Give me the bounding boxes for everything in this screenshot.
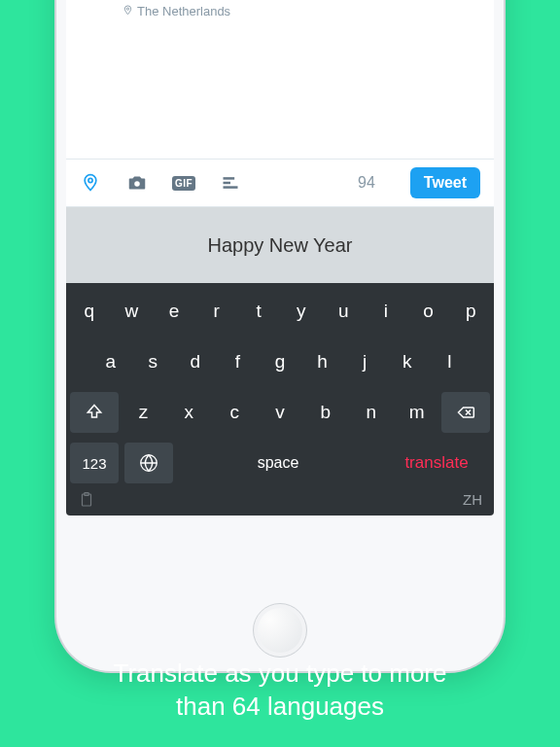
key-s[interactable]: s: [134, 341, 173, 382]
poll-icon[interactable]: [220, 172, 241, 194]
location-text: The Netherlands: [137, 4, 230, 18]
key-e[interactable]: e: [155, 291, 193, 332]
key-g[interactable]: g: [261, 341, 299, 382]
shift-key[interactable]: [70, 392, 119, 433]
key-t[interactable]: t: [239, 291, 278, 332]
key-u[interactable]: u: [325, 291, 364, 332]
compose-toolbar: GIF 94 Tweet: [66, 159, 494, 207]
svg-point-2: [134, 181, 140, 187]
key-x[interactable]: x: [168, 392, 210, 433]
key-f[interactable]: f: [219, 341, 258, 382]
keyboard-row-3: zxcvbnm: [70, 392, 490, 433]
char-count: 94: [358, 174, 375, 192]
svg-rect-3: [224, 177, 235, 180]
globe-key[interactable]: [124, 443, 173, 483]
key-m[interactable]: m: [396, 392, 438, 433]
key-j[interactable]: j: [345, 341, 384, 382]
key-c[interactable]: c: [214, 392, 256, 433]
svg-point-1: [88, 178, 92, 182]
key-o[interactable]: o: [409, 291, 448, 332]
caption-line-2: than 64 languages: [176, 692, 384, 721]
keyboard-row-2: asdfghjkl: [70, 341, 490, 382]
keyboard-row-4: 123 space translate: [70, 443, 490, 483]
space-key[interactable]: space: [179, 443, 377, 483]
camera-icon[interactable]: [126, 172, 148, 194]
svg-rect-5: [224, 186, 238, 189]
suggestion-text: Happy New Year: [208, 234, 353, 257]
keyboard-row-5: ZH: [70, 491, 490, 512]
home-button[interactable]: [253, 603, 307, 658]
clipboard-icon[interactable]: [78, 491, 95, 512]
key-d[interactable]: d: [176, 341, 215, 382]
gif-icon[interactable]: GIF: [173, 172, 194, 194]
key-b[interactable]: b: [304, 392, 346, 433]
numbers-key[interactable]: 123: [70, 443, 119, 483]
key-h[interactable]: h: [303, 341, 342, 382]
keyboard-row-1: qwertyuiop: [70, 291, 490, 332]
keyboard-suggestion-bar[interactable]: Happy New Year: [66, 207, 494, 283]
key-p[interactable]: p: [451, 291, 490, 332]
key-y[interactable]: y: [282, 291, 321, 332]
svg-rect-4: [224, 182, 231, 185]
keyboard: qwertyuiop asdfghjkl zxcvbnm 123 space t…: [66, 283, 494, 516]
key-q[interactable]: q: [70, 291, 109, 332]
translate-key[interactable]: translate: [383, 443, 490, 483]
location-pin-icon: [122, 4, 133, 18]
key-i[interactable]: i: [367, 291, 405, 332]
tweet-button[interactable]: Tweet: [410, 167, 480, 198]
key-r[interactable]: r: [197, 291, 236, 332]
key-n[interactable]: n: [350, 392, 392, 433]
key-v[interactable]: v: [260, 392, 301, 433]
svg-point-0: [126, 8, 128, 10]
key-a[interactable]: a: [91, 341, 130, 382]
key-l[interactable]: l: [430, 341, 469, 382]
key-w[interactable]: w: [113, 291, 152, 332]
caption-line-1: Translate as you type to more: [114, 658, 447, 688]
location-row[interactable]: The Netherlands: [122, 4, 478, 18]
language-code[interactable]: ZH: [463, 491, 482, 512]
tweet-compose-area[interactable]: Happy new year to all my Chinese friends…: [66, 0, 494, 39]
key-k[interactable]: k: [388, 341, 427, 382]
key-z[interactable]: z: [122, 392, 164, 433]
location-icon[interactable]: [80, 172, 101, 194]
phone-frame: Happy new year to all my Chinese friends…: [56, 0, 504, 671]
marketing-caption: Translate as you type to more than 64 la…: [0, 658, 560, 724]
phone-screen: Happy new year to all my Chinese friends…: [66, 0, 494, 516]
backspace-key[interactable]: [441, 392, 490, 433]
